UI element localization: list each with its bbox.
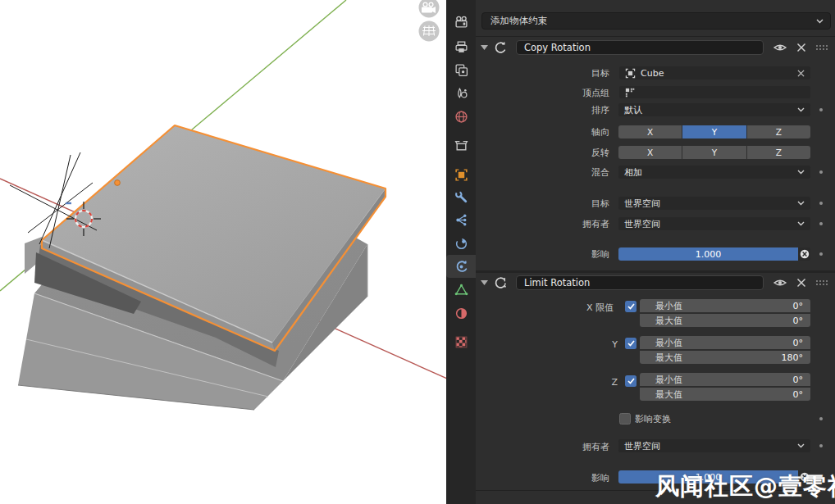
order-label: 排序 <box>492 105 609 116</box>
axis-y-button[interactable]: Y <box>682 125 746 138</box>
viewport-3d[interactable] <box>0 0 446 504</box>
tab-constraints-icon[interactable] <box>446 255 476 278</box>
x-limit-label: X 限值 <box>492 302 614 314</box>
constraint-name-field[interactable]: Limit Rotation <box>516 275 764 290</box>
min-label: 最小值 <box>647 374 682 386</box>
min-label: 最小值 <box>647 300 682 312</box>
influence-slider[interactable]: 1.000 <box>618 247 798 261</box>
drag-grip-icon[interactable] <box>815 279 828 286</box>
properties-panel: 添加物体约束 Copy Rotation 目标 Cube 顶点组 <box>476 0 835 504</box>
target-object-field[interactable]: Cube <box>619 66 810 79</box>
target-object-name: Cube <box>641 68 664 79</box>
max-label: 最大值 <box>647 315 682 327</box>
tab-modifiers-icon[interactable] <box>446 185 476 208</box>
tab-material-icon[interactable] <box>446 302 476 325</box>
influence-label: 影响 <box>492 473 609 484</box>
add-constraint-dropdown[interactable]: 添加物体约束 <box>481 12 831 30</box>
z-limit-checkbox[interactable] <box>625 375 637 387</box>
eye-icon[interactable] <box>773 277 787 288</box>
limit-rotation-icon <box>493 276 507 290</box>
order-dropdown[interactable]: 默认 <box>618 103 810 116</box>
tab-world-icon[interactable] <box>446 105 476 128</box>
influence-clear-button[interactable] <box>799 247 810 261</box>
add-constraint-label: 添加物体约束 <box>491 15 547 27</box>
chevron-down-icon <box>797 443 805 448</box>
close-icon[interactable] <box>796 278 806 288</box>
invert-y-button[interactable]: Y <box>682 146 746 159</box>
y-max-value: 180° <box>782 352 804 363</box>
expand-arrow-icon[interactable] <box>481 280 488 285</box>
y-max-field[interactable]: 最大值 180° <box>640 351 810 364</box>
divider <box>476 36 835 37</box>
invert-z-button[interactable]: Z <box>747 146 810 159</box>
z-max-value: 0° <box>793 389 804 400</box>
decorator-dot[interactable] <box>819 108 823 111</box>
decorator-dot[interactable] <box>819 444 823 447</box>
min-label: 最小值 <box>647 337 682 349</box>
tab-object-data-icon[interactable] <box>446 278 476 301</box>
target-space-dropdown[interactable]: 世界空间 <box>618 197 810 210</box>
invert-label: 反转 <box>492 148 609 159</box>
orthographic-grid-gizmo[interactable] <box>419 21 440 42</box>
max-label: 最大值 <box>647 352 682 364</box>
owner-space-value: 世界空间 <box>624 218 660 230</box>
axis-x-button[interactable]: X <box>618 125 682 138</box>
vertex-group-label: 顶点组 <box>492 88 609 99</box>
owner-space-dropdown[interactable]: 世界空间 <box>618 217 810 230</box>
viewport-scene <box>0 0 446 504</box>
tab-physics-icon[interactable] <box>446 232 476 255</box>
x-max-field[interactable]: 最大值 0° <box>640 314 810 327</box>
affect-transform-checkbox[interactable] <box>619 413 631 425</box>
affect-transform-label: 影响变换 <box>635 414 671 425</box>
tab-view-layer-icon[interactable] <box>446 58 476 81</box>
x-min-field[interactable]: 最小值 0° <box>640 299 810 312</box>
close-icon[interactable] <box>796 43 806 52</box>
chevron-down-icon <box>797 107 805 112</box>
clear-target-icon[interactable] <box>797 70 805 77</box>
expand-arrow-icon[interactable] <box>481 45 488 50</box>
target-label: 目标 <box>492 68 609 79</box>
z-min-field[interactable]: 最小值 0° <box>640 373 810 386</box>
chevron-down-icon <box>797 221 805 226</box>
mix-dropdown[interactable]: 相加 <box>618 166 810 179</box>
max-label: 最大值 <box>647 388 682 401</box>
y-limit-checkbox[interactable] <box>625 338 637 349</box>
decorator-dot[interactable] <box>819 252 823 256</box>
constraint-name-field[interactable]: Copy Rotation <box>516 40 764 55</box>
tab-particles-icon[interactable] <box>446 208 476 231</box>
invert-x-button[interactable]: X <box>618 146 682 159</box>
y-min-field[interactable]: 最小值 0° <box>640 336 810 349</box>
tab-texture-icon[interactable] <box>446 330 476 353</box>
watermark-text: 风闻社区@壹零社 <box>655 470 835 503</box>
tab-output-icon[interactable] <box>446 35 476 58</box>
eye-icon[interactable] <box>773 42 787 53</box>
check-icon <box>627 340 635 347</box>
tab-render-icon[interactable] <box>446 10 476 33</box>
target-space-label: 目标 <box>492 198 609 210</box>
mix-value: 相加 <box>624 166 642 179</box>
influence-value: 1.000 <box>696 249 722 260</box>
constraint-name: Limit Rotation <box>524 277 590 288</box>
z-min-value: 0° <box>793 375 804 385</box>
camera-view-gizmo[interactable] <box>419 0 440 18</box>
decorator-dot[interactable] <box>819 417 823 420</box>
axis-z-button[interactable]: Z <box>747 125 810 138</box>
x-limit-checkbox[interactable] <box>625 301 637 312</box>
drag-grip-icon[interactable] <box>815 44 828 51</box>
invert-segment: X Y Z <box>618 146 810 159</box>
owner-space-dropdown[interactable]: 世界空间 <box>618 439 810 452</box>
tab-scene-icon[interactable] <box>446 81 476 104</box>
z-max-field[interactable]: 最大值 0° <box>640 388 810 401</box>
decorator-dot[interactable] <box>819 202 823 205</box>
decorator-dot[interactable] <box>819 222 823 225</box>
check-icon <box>627 378 635 384</box>
divider <box>476 270 835 273</box>
owner-space-value: 世界空间 <box>624 440 660 452</box>
check-icon <box>627 303 635 310</box>
vertex-group-field[interactable] <box>619 86 810 98</box>
tab-object-icon[interactable] <box>446 163 476 186</box>
decorator-dot[interactable] <box>819 170 823 174</box>
tab-collection-icon[interactable] <box>446 134 476 157</box>
x-max-value: 0° <box>793 316 804 326</box>
target-space-value: 世界空间 <box>624 198 660 210</box>
